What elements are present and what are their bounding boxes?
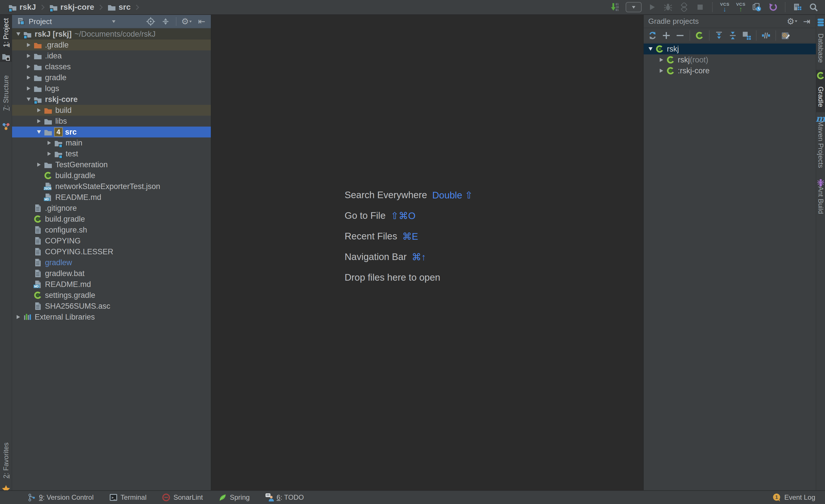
tree-row-rskj[interactable]: rskj (root) — [644, 55, 816, 65]
collapse-arrow-icon[interactable] — [14, 32, 23, 36]
tool-stripe-button-maven[interactable]: Maven Projectsm — [816, 113, 825, 164]
tool-stripe-button-structure[interactable]: 7: Structure — [0, 65, 12, 132]
stop-icon — [695, 3, 705, 12]
toolbar-separator — [709, 31, 709, 40]
expand-arrow-icon[interactable] — [24, 54, 33, 58]
vcs-commit-button[interactable]: VCS↑ — [735, 1, 747, 13]
status-spring[interactable]: Spring — [218, 493, 249, 502]
gradle-settings-button[interactable]: ⚙ — [787, 16, 798, 27]
expand-arrow-icon[interactable] — [24, 86, 33, 90]
tree-row--gradle[interactable]: .gradle — [12, 39, 211, 51]
tree-row-external-libraries[interactable]: External Libraries — [12, 312, 211, 322]
collapse-arrow-icon[interactable] — [646, 47, 655, 51]
tool-stripe-button-favorites[interactable]: 2: Favorites — [0, 437, 12, 495]
node-icon — [44, 128, 53, 137]
tree-row-build-gradle[interactable]: build.gradle — [12, 170, 211, 181]
tree-row-build-gradle[interactable]: build.gradle — [12, 214, 211, 225]
collapse-arrow-icon[interactable] — [24, 98, 33, 101]
attach-gradle-project-button[interactable] — [660, 29, 672, 41]
expand-arrow-icon[interactable] — [34, 119, 44, 123]
hide-panel-button[interactable]: ⇥ — [802, 16, 812, 27]
tree-row-libs[interactable]: libs — [12, 116, 211, 127]
recent-changes-button[interactable] — [751, 1, 762, 13]
breadcrumb-item-rskJ[interactable]: rskJ — [8, 3, 36, 12]
tree-row-networkstateexportertest-json[interactable]: JSONnetworkStateExporterTest.json — [12, 181, 211, 192]
refresh-gradle-projects-button[interactable] — [647, 29, 659, 41]
tree-row-gradlew-bat[interactable]: gradlew.bat — [12, 268, 211, 279]
expand-arrow-icon[interactable] — [34, 163, 44, 167]
maven-tab-icon: m — [816, 114, 825, 123]
show-dependencies-button[interactable] — [741, 29, 753, 41]
tree-row-copying-lesser[interactable]: COPYING.LESSER — [12, 246, 211, 257]
run-gradle-task-button[interactable] — [693, 29, 705, 41]
tree-row-logs[interactable]: logs — [12, 83, 211, 94]
vcs-update-button[interactable]: VCS↓ — [719, 1, 731, 13]
tree-row-gradlew[interactable]: gradlew — [12, 257, 211, 268]
search-everywhere-button[interactable] — [808, 1, 819, 13]
expand-arrow-icon[interactable] — [657, 58, 666, 62]
tree-row-configure-sh[interactable]: configure.sh — [12, 225, 211, 235]
svg-text:JSON: JSON — [44, 187, 51, 190]
tree-row-rskj[interactable]: rskJ [rskj]~/Documents/code/rskJ — [12, 29, 211, 39]
tree-row-gradle[interactable]: gradle — [12, 72, 211, 83]
run-button — [646, 1, 658, 13]
view-options-button[interactable]: ⚙ — [181, 16, 192, 27]
toggle-offline-mode-button[interactable] — [760, 29, 772, 41]
locate-file-button[interactable] — [146, 16, 156, 27]
collapse-all-button[interactable] — [160, 16, 171, 27]
node-label: rskj-core — [45, 95, 78, 104]
expand-arrow-icon[interactable] — [34, 108, 44, 112]
status-sonarlint[interactable]: SonarLint — [162, 493, 203, 502]
tree-row-copying[interactable]: COPYING — [12, 235, 211, 246]
tree-row-readme-md[interactable]: MDREADME.md — [12, 279, 211, 290]
expand-arrow-icon[interactable] — [45, 141, 54, 145]
tree-row-main[interactable]: main — [12, 138, 211, 148]
hide-panel-button[interactable]: ⇤ — [197, 16, 207, 27]
tree-row-readme-md[interactable]: MDREADME.md — [12, 192, 211, 203]
project-view-selector[interactable]: Project — [17, 17, 116, 26]
run-configurations-combo[interactable] — [626, 2, 642, 12]
expand-arrow-icon[interactable] — [24, 65, 33, 69]
tree-row-classes[interactable]: classes — [12, 61, 211, 72]
tree-row--idea[interactable]: .idea — [12, 51, 211, 61]
toolbar-separator — [785, 2, 785, 12]
tree-row-rskj-core[interactable]: rskj-core — [12, 94, 211, 105]
gradle-build-settings-button[interactable] — [779, 29, 792, 41]
revert-button[interactable] — [767, 1, 778, 13]
tree-row-test[interactable]: test — [12, 148, 211, 159]
editor-area[interactable]: Search EverywhereDouble ⇧Go to File⇧⌘ORe… — [212, 15, 643, 490]
ant-tab-icon — [816, 178, 825, 187]
event-log-widget[interactable]: 1Event Log — [772, 493, 815, 502]
expand-arrow-icon[interactable] — [24, 76, 33, 80]
expand-arrow-icon[interactable] — [14, 315, 23, 319]
status-terminal[interactable]: >_Terminal — [109, 493, 147, 502]
tree-row-sha256sums-asc[interactable]: SHA256SUMS.asc — [12, 301, 211, 312]
update-project-button[interactable]: 011001 — [610, 1, 621, 13]
gradle-tool-window: Gradle projects ⚙⇥ rskjrskj (root):rskj-… — [643, 15, 816, 490]
tree-row--gitignore[interactable]: .gitignore — [12, 203, 211, 214]
collapse-all-button[interactable] — [727, 29, 739, 41]
tree-row-rskj[interactable]: rskj — [644, 44, 816, 55]
tree-row-src[interactable]: 4src — [12, 127, 211, 138]
expand-arrow-icon[interactable] — [45, 152, 54, 156]
tree-row-settings-gradle[interactable]: settings.gradle — [12, 290, 211, 301]
status-version-control[interactable]: 9: Version Control — [27, 493, 94, 502]
detach-gradle-project-button[interactable] — [674, 29, 686, 41]
expand-arrow-icon[interactable] — [24, 43, 33, 47]
tool-stripe-button-database[interactable]: Database — [816, 17, 825, 68]
expand-all-button[interactable] — [713, 29, 725, 41]
collapse-arrow-icon[interactable] — [34, 130, 44, 134]
project-structure-button[interactable] — [792, 1, 803, 13]
status-todo[interactable]: 6: TODO — [265, 493, 304, 502]
tree-row-testgeneration[interactable]: TestGeneration — [12, 159, 211, 170]
node-icon — [33, 258, 43, 267]
tree-row-build[interactable]: build — [12, 105, 211, 116]
breadcrumb-item-src[interactable]: src — [107, 3, 131, 12]
expand-arrow-icon[interactable] — [657, 69, 666, 73]
tool-stripe-button-ant[interactable]: Ant Build — [816, 177, 825, 212]
tool-stripe-button-gradle[interactable]: Gradle — [816, 70, 825, 112]
project-panel-header: Project ⚙⇤ — [12, 15, 211, 28]
breadcrumb-item-rskj-core[interactable]: rskj-core — [49, 3, 94, 12]
tool-stripe-button-project[interactable]: 1: Project — [0, 15, 12, 62]
tree-row--rskj-core[interactable]: :rskj-core — [644, 65, 816, 76]
